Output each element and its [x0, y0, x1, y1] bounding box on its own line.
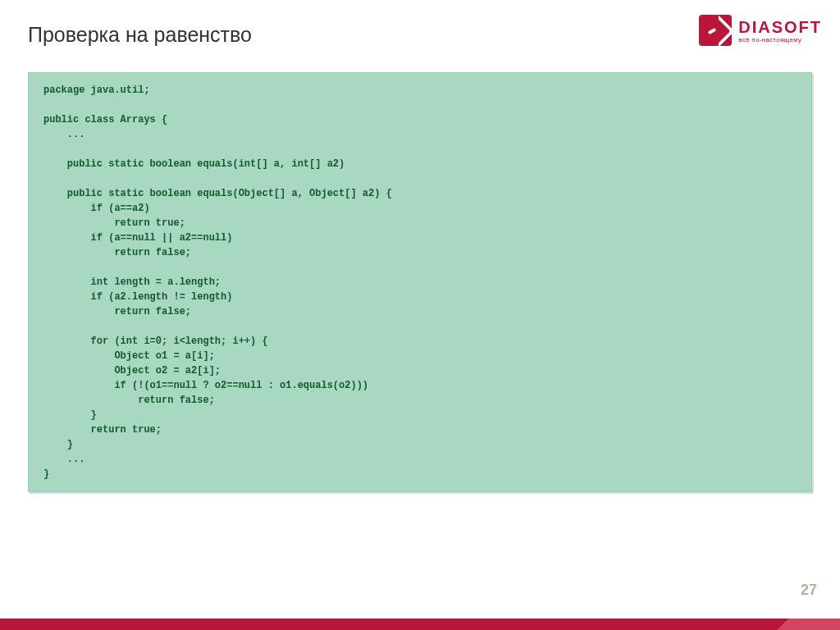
- code-content: package java.util; public class Arrays {…: [43, 83, 798, 482]
- page-number: 27: [801, 582, 817, 599]
- logo-brand-name: DIASOFT: [738, 18, 822, 37]
- slide-title: Проверка на равенство: [28, 23, 252, 47]
- logo-icon: [699, 15, 732, 46]
- brand-logo: DIASOFT всё по-настоящему: [699, 15, 822, 46]
- logo-tagline: всё по-настоящему: [738, 36, 822, 43]
- footer-accent-bar: [0, 619, 840, 630]
- logo-text: DIASOFT всё по-настоящему: [738, 18, 822, 43]
- slide: Проверка на равенство DIASOFT всё по-нас…: [0, 0, 840, 630]
- code-block: package java.util; public class Arrays {…: [28, 72, 812, 492]
